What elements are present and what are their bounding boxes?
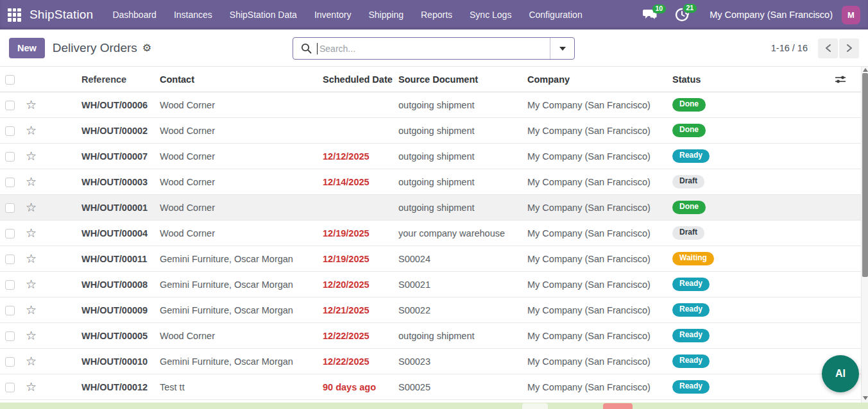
- select-all-checkbox[interactable]: [5, 75, 15, 85]
- table-row[interactable]: ☆ WH/OUT/00007 Wood Corner 12/12/2025 ou…: [0, 144, 862, 169]
- favorite-star-icon[interactable]: ☆: [26, 381, 37, 393]
- column-header-source-document[interactable]: Source Document: [398, 74, 527, 85]
- reference-cell: WH/OUT/00005: [81, 331, 160, 341]
- chevron-down-icon: [559, 47, 566, 51]
- row-checkbox[interactable]: [5, 306, 15, 315]
- menu-dashboard[interactable]: Dashboard: [112, 10, 157, 20]
- row-checkbox[interactable]: [5, 178, 15, 187]
- row-checkbox[interactable]: [5, 357, 15, 367]
- company-cell: My Company (San Francisco): [527, 356, 672, 367]
- ai-assistant-button[interactable]: AI: [822, 355, 859, 392]
- menu-sync-logs[interactable]: Sync Logs: [470, 10, 511, 20]
- table-row[interactable]: ☆ WH/OUT/00011 Gemini Furniture, Oscar M…: [0, 246, 862, 272]
- column-header-reference[interactable]: Reference: [81, 74, 160, 85]
- menu-shipping[interactable]: Shipping: [369, 10, 404, 20]
- source-document-cell: your company warehouse: [398, 228, 527, 238]
- column-header-contact[interactable]: Contact: [160, 74, 323, 85]
- scrollbar-up-arrow[interactable]: [863, 68, 868, 72]
- row-checkbox[interactable]: [5, 280, 15, 290]
- column-header-company[interactable]: Company: [527, 74, 672, 85]
- reference-cell: WH/OUT/00010: [81, 356, 160, 367]
- favorite-star-icon[interactable]: ☆: [26, 278, 37, 290]
- search-input[interactable]: [318, 44, 550, 54]
- menu-instances[interactable]: Instances: [174, 10, 212, 20]
- source-document-cell: S00025: [398, 382, 527, 392]
- view-settings-gear-icon[interactable]: ⚙: [142, 42, 151, 54]
- status-badge: Ready: [672, 149, 710, 162]
- status-badge: Waiting: [672, 252, 714, 265]
- menu-shipstation-data[interactable]: ShipStation Data: [230, 10, 297, 20]
- favorite-star-icon[interactable]: ☆: [26, 253, 37, 265]
- company-cell: My Company (San Francisco): [527, 305, 672, 315]
- source-document-cell: outgoing shipment: [398, 203, 527, 213]
- favorite-star-icon[interactable]: ☆: [26, 99, 37, 111]
- row-checkbox[interactable]: [5, 383, 15, 392]
- company-cell: My Company (San Francisco): [527, 382, 672, 392]
- apps-menu-icon[interactable]: [8, 8, 21, 22]
- search-options-toggle[interactable]: [550, 38, 574, 59]
- source-document-cell: outgoing shipment: [398, 126, 527, 136]
- pager-previous-button[interactable]: [818, 38, 838, 58]
- favorite-star-icon[interactable]: ☆: [26, 227, 37, 239]
- menu-configuration[interactable]: Configuration: [529, 10, 582, 20]
- vertical-scrollbar[interactable]: [861, 67, 868, 403]
- column-header-scheduled-date[interactable]: Scheduled Date: [323, 74, 398, 85]
- row-checkbox[interactable]: [5, 255, 15, 264]
- contact-cell: Wood Corner: [160, 228, 323, 238]
- company-switcher[interactable]: My Company (San Francisco): [710, 10, 833, 20]
- scrollbar-down-arrow[interactable]: [863, 396, 868, 400]
- table-row[interactable]: ☆ WH/OUT/00009 Gemini Furniture, Oscar M…: [0, 297, 862, 323]
- contact-cell: Wood Corner: [160, 331, 323, 341]
- status-badge: Ready: [672, 355, 710, 367]
- table-row[interactable]: ☆ WH/OUT/00012 Test tt 90 days ago S0002…: [0, 374, 862, 400]
- table-row[interactable]: ☆ WH/OUT/00002 Wood Corner outgoing ship…: [0, 118, 862, 144]
- company-cell: My Company (San Francisco): [527, 331, 672, 341]
- scrollbar-thumb[interactable]: [862, 73, 868, 277]
- source-document-cell: outgoing shipment: [398, 151, 527, 162]
- page-title: Delivery Orders: [53, 41, 137, 55]
- table-row[interactable]: ☆ WH/OUT/00005 Wood Corner 12/22/2025 ou…: [0, 323, 862, 349]
- row-checkbox[interactable]: [5, 229, 15, 238]
- favorite-star-icon[interactable]: ☆: [26, 124, 37, 137]
- pager-next-button[interactable]: [839, 38, 859, 58]
- favorite-star-icon[interactable]: ☆: [26, 330, 37, 342]
- row-checkbox[interactable]: [5, 331, 15, 341]
- reference-cell: WH/OUT/00002: [81, 126, 160, 136]
- scheduled-date-cell: 12/14/2025: [323, 177, 398, 187]
- row-checkbox[interactable]: [5, 152, 15, 162]
- table-row[interactable]: ☆ WH/OUT/00008 Gemini Furniture, Oscar M…: [0, 272, 862, 297]
- favorite-star-icon[interactable]: ☆: [26, 201, 37, 213]
- activities-button[interactable]: 21: [675, 8, 689, 22]
- contact-cell: Wood Corner: [160, 203, 323, 213]
- messages-button[interactable]: 10: [643, 8, 658, 21]
- delivery-orders-list: Reference Contact Scheduled Date Source …: [0, 67, 862, 400]
- table-row[interactable]: ☆ WH/OUT/00003 Wood Corner 12/14/2025 ou…: [0, 169, 862, 195]
- favorite-star-icon[interactable]: ☆: [26, 176, 37, 188]
- row-checkbox[interactable]: [5, 203, 15, 213]
- column-header-status[interactable]: Status: [672, 74, 833, 85]
- pager-range: 1-16 / 16: [771, 43, 808, 53]
- table-row[interactable]: ☆ WH/OUT/00001 Wood Corner outgoing ship…: [0, 195, 862, 221]
- favorite-star-icon[interactable]: ☆: [26, 150, 37, 162]
- menu-inventory[interactable]: Inventory: [314, 10, 352, 20]
- table-row[interactable]: ☆ WH/OUT/00004 Wood Corner 12/19/2025 yo…: [0, 221, 862, 246]
- company-cell: My Company (San Francisco): [527, 151, 672, 162]
- menu-reports[interactable]: Reports: [421, 10, 452, 20]
- favorite-star-icon[interactable]: ☆: [26, 304, 37, 316]
- new-button[interactable]: New: [9, 38, 45, 58]
- source-document-cell: S00023: [398, 356, 527, 367]
- favorite-star-icon[interactable]: ☆: [26, 355, 37, 367]
- source-document-cell: S00024: [398, 254, 527, 264]
- row-checkbox[interactable]: [5, 101, 15, 110]
- optional-columns-icon[interactable]: [835, 74, 846, 85]
- company-cell: My Company (San Francisco): [527, 177, 672, 187]
- chevron-left-icon: [825, 44, 831, 53]
- partial-row-pill-light: [522, 403, 548, 409]
- brand-title[interactable]: ShipStation: [30, 8, 93, 22]
- table-row[interactable]: ☆ WH/OUT/00006 Wood Corner outgoing ship…: [0, 92, 862, 118]
- row-checkbox[interactable]: [5, 126, 15, 136]
- user-avatar[interactable]: M: [842, 6, 860, 24]
- table-row[interactable]: ☆ WH/OUT/00010 Gemini Furniture, Oscar M…: [0, 349, 862, 374]
- search-bar[interactable]: [293, 37, 575, 60]
- scheduled-date-cell: 12/22/2025: [323, 356, 398, 367]
